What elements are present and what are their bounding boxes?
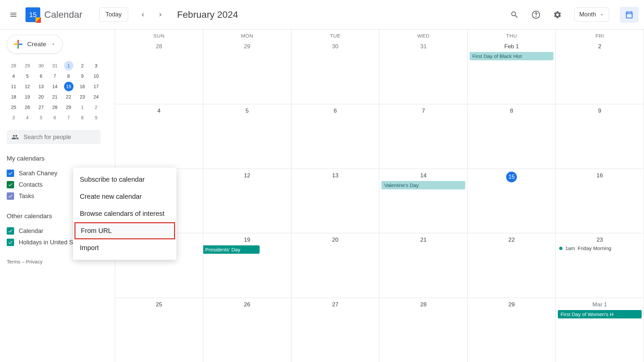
calendar-day-cell[interactable]: 20 bbox=[291, 233, 380, 297]
mini-cal-day[interactable]: 3 bbox=[7, 112, 20, 123]
calendar-day-cell[interactable]: 6 bbox=[291, 104, 380, 168]
mini-cal-day[interactable]: 26 bbox=[20, 102, 34, 112]
mini-cal-day[interactable]: 25 bbox=[7, 102, 20, 112]
mini-cal-day[interactable]: 6 bbox=[48, 112, 62, 123]
mini-cal-day[interactable]: 5 bbox=[20, 71, 34, 81]
calendar-day-cell[interactable]: 28 bbox=[379, 298, 468, 362]
mini-cal-day[interactable]: 31 bbox=[48, 60, 62, 71]
mini-cal-day[interactable]: 11 bbox=[7, 81, 20, 92]
help-button[interactable] bbox=[528, 7, 544, 23]
calendar-day-cell[interactable]: 29 bbox=[203, 40, 291, 104]
mini-cal-day[interactable]: 8 bbox=[75, 112, 89, 123]
calendar-day-cell[interactable]: 30 bbox=[291, 40, 380, 104]
checkbox-icon[interactable] bbox=[7, 181, 14, 188]
search-people-input[interactable] bbox=[23, 134, 96, 141]
calendar-day-cell[interactable]: 15 bbox=[468, 169, 556, 233]
mini-cal-day[interactable]: 6 bbox=[34, 71, 48, 81]
calendar-day-cell[interactable]: 14Valentine's Day bbox=[379, 169, 468, 233]
popup-menu-item[interactable]: From URL bbox=[74, 222, 175, 239]
search-people-field[interactable] bbox=[7, 130, 101, 144]
calendar-day-cell[interactable]: 26 bbox=[203, 298, 291, 362]
main-menu-icon[interactable] bbox=[5, 7, 21, 23]
mini-cal-day[interactable]: 30 bbox=[34, 60, 48, 71]
today-button[interactable]: Today bbox=[99, 7, 128, 22]
mini-cal-day[interactable]: 18 bbox=[7, 92, 20, 102]
mini-cal-day[interactable]: 8 bbox=[62, 71, 75, 81]
calendar-day-cell[interactable]: 19Presidents' Day bbox=[203, 233, 291, 297]
my-calendars-heading[interactable]: My calendars bbox=[7, 155, 111, 162]
calendar-day-cell[interactable]: 16 bbox=[556, 169, 644, 233]
popup-menu-item[interactable]: Create new calendar bbox=[73, 188, 176, 205]
mini-cal-day[interactable]: 29 bbox=[62, 102, 75, 112]
create-button[interactable]: Create bbox=[7, 35, 63, 54]
event-chip[interactable]: Valentine's Day bbox=[381, 181, 465, 189]
calendar-day-cell[interactable]: 21 bbox=[379, 233, 468, 297]
calendar-day-cell[interactable]: Mar 1First Day of Women's H bbox=[556, 298, 644, 362]
app-logo-title[interactable]: 15 Calendar bbox=[25, 7, 83, 22]
calendar-day-cell[interactable]: 8 bbox=[468, 104, 556, 168]
mini-cal-day[interactable]: 28 bbox=[7, 60, 20, 71]
mini-cal-day[interactable]: 10 bbox=[89, 71, 103, 81]
popup-menu-item[interactable]: Subscribe to calendar bbox=[73, 171, 176, 188]
mini-cal-day[interactable]: 16 bbox=[75, 81, 89, 92]
calendar-day-cell[interactable]: 5 bbox=[203, 104, 291, 168]
mini-cal-day[interactable]: 17 bbox=[89, 81, 103, 92]
event-item[interactable]: 1amFriday Morning bbox=[558, 245, 642, 252]
calendar-day-cell[interactable]: 13 bbox=[291, 169, 380, 233]
mini-cal-day[interactable]: 2 bbox=[75, 60, 89, 71]
mini-cal-day[interactable]: 5 bbox=[34, 112, 48, 123]
mini-cal-day[interactable]: 29 bbox=[20, 60, 34, 71]
search-button[interactable] bbox=[506, 7, 523, 23]
calendar-day-cell[interactable]: 4 bbox=[115, 104, 203, 168]
mini-cal-day[interactable]: 28 bbox=[48, 102, 62, 112]
calendar-day-cell[interactable]: Feb 1First Day of Black Hist bbox=[468, 40, 556, 104]
terms-link[interactable]: Terms bbox=[7, 259, 20, 264]
view-selector[interactable]: Month bbox=[574, 7, 609, 22]
mini-cal-day[interactable]: 7 bbox=[62, 112, 75, 123]
mini-cal-day[interactable]: 9 bbox=[89, 112, 103, 123]
calendar-day-cell[interactable]: 28 bbox=[115, 40, 203, 104]
checkbox-icon[interactable] bbox=[7, 227, 14, 235]
mini-cal-day[interactable]: 15 bbox=[64, 82, 73, 91]
popup-menu-item[interactable]: Import bbox=[73, 239, 176, 256]
calendar-day-cell[interactable]: 29 bbox=[468, 298, 556, 362]
event-chip[interactable]: Presidents' Day bbox=[203, 245, 260, 254]
mini-cal-day[interactable]: 9 bbox=[75, 71, 89, 81]
mini-cal-day[interactable]: 22 bbox=[62, 92, 75, 102]
mini-cal-day[interactable]: 19 bbox=[20, 92, 34, 102]
calendar-day-cell[interactable]: 25 bbox=[115, 298, 203, 362]
calendar-day-cell[interactable]: 22 bbox=[468, 233, 556, 297]
mini-cal-day[interactable]: 4 bbox=[7, 71, 20, 81]
checkbox-icon[interactable] bbox=[7, 239, 14, 246]
mini-cal-day[interactable]: 1 bbox=[64, 61, 73, 70]
event-chip[interactable]: First Day of Black Hist bbox=[470, 52, 553, 60]
mini-cal-day[interactable]: 3 bbox=[89, 60, 103, 71]
mini-cal-day[interactable]: 4 bbox=[20, 112, 34, 123]
calendar-day-cell[interactable]: 231amFriday Morning bbox=[556, 233, 644, 297]
event-chip[interactable]: First Day of Women's H bbox=[558, 310, 642, 318]
mini-cal-day[interactable]: 1 bbox=[75, 102, 89, 112]
checkbox-icon[interactable] bbox=[7, 170, 14, 177]
mini-cal-day[interactable]: 14 bbox=[48, 81, 62, 92]
calendar-day-cell[interactable]: 31 bbox=[379, 40, 468, 104]
settings-button[interactable] bbox=[549, 7, 566, 23]
next-period-button[interactable] bbox=[154, 8, 167, 21]
calendar-day-cell[interactable]: 27 bbox=[291, 298, 380, 362]
checkbox-icon[interactable] bbox=[7, 192, 14, 200]
calendar-day-cell[interactable]: 2 bbox=[556, 40, 644, 104]
prev-period-button[interactable] bbox=[136, 8, 150, 21]
mini-cal-day[interactable]: 23 bbox=[75, 92, 89, 102]
mini-cal-day[interactable]: 12 bbox=[20, 81, 34, 92]
mini-cal-day[interactable]: 20 bbox=[34, 92, 48, 102]
mini-cal-day[interactable]: 13 bbox=[34, 81, 48, 92]
calendar-day-cell[interactable]: 7 bbox=[379, 104, 468, 168]
mini-cal-day[interactable]: 7 bbox=[48, 71, 62, 81]
privacy-link[interactable]: Privacy bbox=[26, 259, 43, 264]
mini-cal-day[interactable]: 2 bbox=[89, 102, 103, 112]
mini-cal-day[interactable]: 24 bbox=[89, 92, 103, 102]
calendar-day-cell[interactable]: 12 bbox=[203, 169, 291, 233]
calendar-day-cell[interactable]: 9 bbox=[556, 104, 644, 168]
mini-cal-day[interactable]: 27 bbox=[34, 102, 48, 112]
mini-cal-day[interactable]: 21 bbox=[48, 92, 62, 102]
side-panel-toggle[interactable] bbox=[620, 7, 639, 23]
